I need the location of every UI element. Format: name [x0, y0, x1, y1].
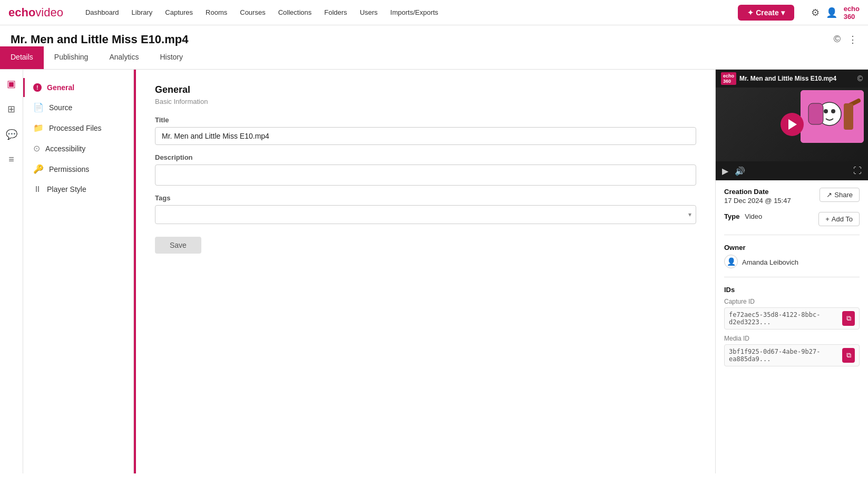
tab-details[interactable]: Details [0, 46, 44, 69]
nav-users[interactable]: Users [355, 5, 383, 20]
play-control-icon[interactable]: ▶ [722, 166, 728, 176]
sidebar-item-accessibility[interactable]: ⊙ Accessibility [23, 138, 133, 159]
owner-row: 👤 Amanda Leibovich [724, 255, 860, 268]
nav-dashboard[interactable]: Dashboard [80, 5, 124, 20]
title-label: Title [155, 116, 696, 124]
media-id-value: 3bf1f925-0d67-4abe-9b27-ea885da9... [729, 348, 842, 363]
sidebar-item-general[interactable]: ! General [23, 78, 133, 97]
video-header-title: Mr. Men and Little Miss E10.mp4 [739, 75, 836, 82]
video-header: echo360 Mr. Men and Little Miss E10.mp4 … [716, 70, 868, 88]
nav-collections[interactable]: Collections [273, 5, 317, 20]
copyright-icon[interactable]: © [834, 34, 841, 45]
top-navigation: echovideo Dashboard Library Captures Roo… [0, 0, 868, 25]
media-id-box: 3bf1f925-0d67-4abe-9b27-ea885da9... ⧉ [724, 344, 860, 366]
tab-analytics[interactable]: Analytics [99, 46, 149, 69]
creation-date-value: 17 Dec 2024 @ 15:47 [724, 197, 791, 205]
capture-id-label: Capture ID [724, 298, 860, 305]
media-sidebar-icon[interactable]: ▣ [4, 75, 19, 93]
tags-label: Tags [155, 194, 696, 202]
nav-captures[interactable]: Captures [160, 5, 198, 20]
page-header-icons: © ⋮ [834, 34, 857, 45]
settings-icon[interactable]: ⚙ [811, 7, 820, 18]
capture-id-box: fe72aec5-35d8-4122-8bbc-d2ed3223... ⧉ [724, 307, 860, 330]
add-to-button[interactable]: + Add To [818, 212, 860, 226]
section-title: General [155, 84, 696, 95]
ids-section: IDs Capture ID fe72aec5-35d8-4122-8bbc-d… [724, 286, 860, 366]
sidebar-item-player-style[interactable]: ⏸ Player Style [23, 179, 133, 199]
right-info: Creation Date 17 Dec 2024 @ 15:47 ↗ Shar… [716, 180, 868, 374]
owner-label: Owner [724, 244, 860, 251]
main-layout: ▣ ⊞ 💬 ≡ ! General 📄 Source 📁 Processed F… [0, 70, 868, 473]
create-button[interactable]: ✦ Create ▾ [738, 5, 794, 21]
svg-rect-4 [808, 103, 823, 124]
volume-control-icon[interactable]: 🔊 [735, 166, 745, 176]
nav-icons: ⚙ 👤 echo360 [811, 5, 860, 21]
media-id-section: Media ID 3bf1f925-0d67-4abe-9b27-ea885da… [724, 335, 860, 366]
nav-imports-exports[interactable]: Imports/Exports [385, 5, 444, 20]
video-controls: ▶ 🔊 ⛶ [716, 161, 868, 180]
sidebar-processed-files-label: Processed Files [49, 124, 102, 132]
capture-id-value: fe72aec5-35d8-4122-8bbc-d2ed3223... [729, 311, 842, 326]
sidebar-item-source[interactable]: 📄 Source [23, 97, 133, 118]
media-id-label: Media ID [724, 335, 860, 342]
type-row: Type Video + Add To [724, 212, 860, 226]
sidebar-accessibility-label: Accessibility [45, 144, 85, 153]
echo360-logo: echo360 [721, 72, 736, 85]
nav-folders[interactable]: Folders [319, 5, 352, 20]
sub-sidebar: ! General 📄 Source 📁 Processed Files ⊙ A… [23, 70, 134, 473]
add-to-label: Add To [832, 215, 853, 223]
ids-divider [724, 277, 860, 277]
save-button[interactable]: Save [155, 237, 201, 254]
copy-media-id-button[interactable]: ⧉ [842, 348, 855, 363]
tab-publishing[interactable]: Publishing [44, 46, 99, 69]
share-icon: ↗ [826, 191, 832, 199]
tags-wrapper[interactable]: ▾ [155, 205, 696, 224]
user-icon[interactable]: 👤 [826, 7, 837, 18]
share-label: Share [834, 191, 853, 199]
sidebar-general-label: General [47, 83, 74, 92]
svg-point-2 [824, 109, 828, 113]
fullscreen-icon[interactable]: ⛶ [853, 166, 862, 176]
title-input[interactable] [155, 127, 696, 145]
page-title: Mr. Men and Little Miss E10.mp4 [11, 33, 188, 46]
copy-capture-id-button[interactable]: ⧉ [842, 311, 855, 326]
list-sidebar-icon[interactable]: ≡ [5, 151, 17, 168]
owner-section: Owner 👤 Amanda Leibovich [724, 244, 860, 268]
tabs-row: Details Publishing Analytics History [0, 46, 868, 70]
share-button[interactable]: ↗ Share [820, 188, 860, 202]
play-button[interactable] [781, 113, 804, 136]
processed-files-icon: 📁 [33, 123, 44, 133]
nav-courses[interactable]: Courses [235, 5, 270, 20]
video-header-left: echo360 Mr. Men and Little Miss E10.mp4 [721, 72, 836, 85]
nav-links: Dashboard Library Captures Rooms Courses… [80, 5, 444, 20]
add-icon: + [825, 215, 830, 223]
video-thumbnail [716, 88, 868, 161]
play-icon [788, 119, 797, 130]
more-options-icon[interactable]: ⋮ [848, 34, 857, 45]
player-style-icon: ⏸ [33, 185, 42, 194]
tab-history[interactable]: History [149, 46, 193, 69]
sidebar-permissions-label: Permissions [49, 165, 89, 173]
sidebar-item-permissions[interactable]: 🔑 Permissions [23, 159, 133, 179]
content-area: General Basic Information Title Descript… [136, 70, 715, 473]
video-header-close-icon[interactable]: © [857, 74, 863, 83]
svg-rect-6 [844, 103, 853, 130]
nav-library[interactable]: Library [126, 5, 158, 20]
type-value: Video [745, 212, 762, 220]
echo-brand: echo360 [844, 5, 860, 21]
nav-rooms[interactable]: Rooms [200, 5, 232, 20]
comment-sidebar-icon[interactable]: 💬 [3, 125, 21, 143]
general-error-indicator: ! [33, 83, 42, 92]
svg-point-3 [831, 109, 835, 113]
page-header: Mr. Men and Little Miss E10.mp4 © ⋮ [0, 25, 868, 46]
cartoon-illustration [801, 90, 864, 143]
sidebar-player-style-label: Player Style [47, 185, 86, 193]
sidebar-source-label: Source [49, 103, 72, 112]
creation-date-label: Creation Date [724, 188, 791, 196]
sidebar-item-processed-files[interactable]: 📁 Processed Files [23, 118, 133, 138]
description-label: Description [155, 153, 696, 161]
source-icon: 📄 [33, 102, 44, 112]
permissions-icon: 🔑 [33, 164, 44, 174]
description-input[interactable] [155, 164, 696, 186]
grid-sidebar-icon[interactable]: ⊞ [4, 100, 18, 118]
